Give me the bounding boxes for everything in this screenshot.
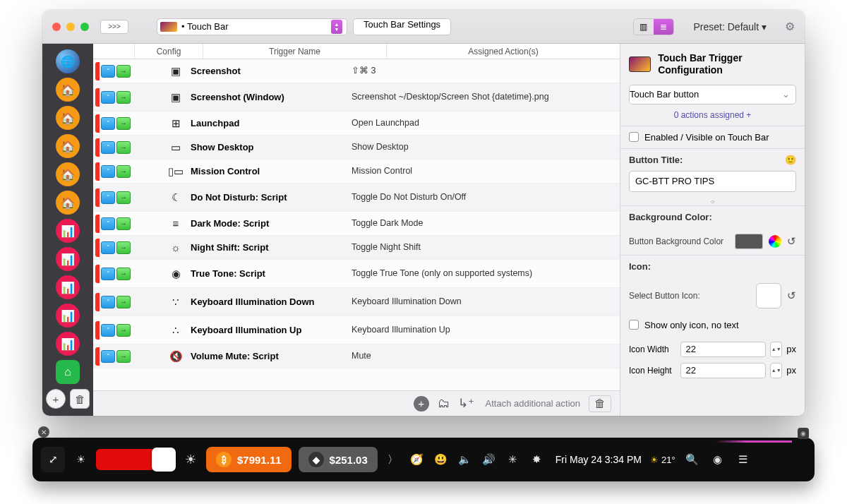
weather-button[interactable]: ☀ 21° xyxy=(650,455,675,465)
brightness-high-icon[interactable]: ✸ xyxy=(529,453,546,466)
table-row[interactable]: ˄→▣Screenshot⇧⌘ 3 xyxy=(93,59,620,83)
color-wheel-icon[interactable] xyxy=(769,235,781,248)
sidebar-item-home[interactable]: 🏠 xyxy=(56,78,80,102)
revert-icon[interactable]: ↺ xyxy=(787,235,796,248)
smiley-icon[interactable]: 🙂 xyxy=(785,155,796,165)
search-icon[interactable]: 🔍 xyxy=(684,453,701,466)
move-right-icon[interactable]: → xyxy=(116,117,131,130)
show-more-button[interactable]: >>> xyxy=(100,20,128,34)
brightness-low-icon[interactable]: ✳︎ xyxy=(505,453,522,466)
enabled-indicator[interactable] xyxy=(95,293,100,311)
list-layout-icon[interactable]: ≣ xyxy=(654,19,673,35)
move-up-icon[interactable]: ˄ xyxy=(101,65,115,78)
table-row[interactable]: ˄→≡Dark Mode: ScriptToggle Dark Mode xyxy=(93,212,620,236)
sidebar-item-all-apps[interactable]: 🌐 xyxy=(56,49,80,73)
volume-down-icon[interactable]: 🔈 xyxy=(457,453,474,466)
icon-height-field[interactable]: 22 xyxy=(680,363,766,378)
enabled-indicator[interactable] xyxy=(95,239,100,257)
table-row[interactable]: ˄→◉True Tone: ScriptToggle True Tone (on… xyxy=(93,260,620,288)
delete-trigger-button[interactable]: 🗑 xyxy=(589,395,611,412)
button-title-field[interactable]: GC-BTT PRO TIPS xyxy=(629,171,796,192)
enabled-indicator[interactable] xyxy=(95,138,100,157)
move-right-icon[interactable]: → xyxy=(116,241,131,254)
attach-action-label[interactable]: Attach additional action xyxy=(486,398,580,409)
emoji-icon[interactable]: 😃 xyxy=(433,453,450,466)
enabled-indicator[interactable] xyxy=(95,347,100,366)
enabled-indicator[interactable] xyxy=(95,88,100,107)
col-actions[interactable]: Assigned Action(s) xyxy=(387,44,620,59)
icon-width-stepper[interactable]: ▲▼ xyxy=(770,342,782,357)
enabled-indicator[interactable] xyxy=(95,62,100,80)
col-config[interactable]: Config xyxy=(134,44,203,59)
close-touchbar-icon[interactable]: ✕ xyxy=(38,426,49,438)
trigger-type-dropdown[interactable]: Touch Bar button ⌄ xyxy=(629,85,796,104)
move-up-icon[interactable]: ˄ xyxy=(101,141,115,154)
move-right-icon[interactable]: → xyxy=(116,324,131,337)
clock-label[interactable]: Fri May 24 3:34 PM xyxy=(555,454,642,465)
brightness-up-icon[interactable]: ☀ xyxy=(182,452,199,467)
table-row[interactable]: ˄→☼Night Shift: ScriptToggle Night Shift xyxy=(93,236,620,260)
slider-knob[interactable] xyxy=(152,448,176,472)
enabled-indicator[interactable] xyxy=(95,265,100,283)
sidebar-item-stats[interactable]: 📊 xyxy=(56,219,80,243)
table-row[interactable]: ˄→∵Keyboard Illumination DownKeyboard Il… xyxy=(93,288,620,316)
attach-action-icon[interactable]: ↳⁺ xyxy=(458,396,474,411)
list-icon[interactable]: ☰ xyxy=(735,453,752,466)
move-up-icon[interactable]: ˄ xyxy=(101,117,115,130)
move-up-icon[interactable]: ˄ xyxy=(101,191,115,204)
icon-height-stepper[interactable]: ▲▼ xyxy=(770,363,782,378)
col-trigger[interactable]: Trigger Name xyxy=(203,44,387,59)
enabled-indicator[interactable] xyxy=(95,188,100,207)
table-row[interactable]: ˄→🔇Volume Mute: ScriptMute xyxy=(93,344,620,368)
sidebar-item-home[interactable]: 🏠 xyxy=(56,191,80,215)
add-trigger-button[interactable]: + xyxy=(414,396,429,412)
move-up-icon[interactable]: ˄ xyxy=(101,296,115,308)
move-right-icon[interactable]: → xyxy=(116,141,131,154)
preset-dropdown[interactable]: Preset: Default ▾ xyxy=(694,21,767,32)
table-row[interactable]: ˄→▣Screenshot (Window)Screenshot ~/Deskt… xyxy=(93,83,620,112)
brightness-down-icon[interactable]: ☀︎ xyxy=(72,453,89,466)
table-row[interactable]: ˄→⊞LaunchpadOpen Launchpad xyxy=(93,112,620,136)
close-icon[interactable] xyxy=(52,23,61,31)
move-right-icon[interactable]: → xyxy=(116,165,131,178)
sidebar-item-home[interactable]: 🏠 xyxy=(56,106,80,130)
add-app-button[interactable]: + xyxy=(46,389,66,409)
sidebar-item-stats[interactable]: 📊 xyxy=(56,304,80,328)
minimize-icon[interactable] xyxy=(66,23,75,31)
touchbar-settings-button[interactable]: Touch Bar Settings xyxy=(353,18,451,35)
sidebar-item-stats[interactable]: 📊 xyxy=(56,332,80,356)
icon-width-field[interactable]: 22 xyxy=(680,342,766,357)
move-up-icon[interactable]: ˄ xyxy=(101,217,115,230)
siri-icon[interactable]: ◉ xyxy=(709,453,726,466)
gear-icon[interactable]: ⚙ xyxy=(785,20,795,33)
volume-up-icon[interactable]: 🔊 xyxy=(481,453,498,466)
move-right-icon[interactable]: → xyxy=(116,91,131,104)
move-up-icon[interactable]: ˄ xyxy=(101,324,115,337)
move-right-icon[interactable]: → xyxy=(116,268,131,280)
chevron-right-icon[interactable]: 〉 xyxy=(385,453,402,467)
ethereum-price-button[interactable]: ◆ $251.03 xyxy=(299,447,378,472)
revert-icon[interactable]: ↺ xyxy=(787,289,796,302)
table-row[interactable]: ˄→▭Show DesktopShow Desktop xyxy=(93,136,620,160)
enabled-indicator[interactable] xyxy=(95,321,100,340)
move-up-icon[interactable]: ˄ xyxy=(101,165,115,178)
expand-button[interactable]: ⤢ xyxy=(41,447,65,472)
actions-assigned-link[interactable]: 0 actions assigned + xyxy=(620,110,805,120)
move-up-icon[interactable]: ˄ xyxy=(101,268,115,280)
bitcoin-price-button[interactable]: ₿ $7991.11 xyxy=(206,447,292,472)
move-right-icon[interactable]: → xyxy=(116,191,131,204)
enabled-checkbox[interactable] xyxy=(629,132,639,142)
move-right-icon[interactable]: → xyxy=(116,296,131,308)
zoom-icon[interactable] xyxy=(80,23,89,31)
columns-layout-icon[interactable]: ▥ xyxy=(634,19,654,35)
move-right-icon[interactable]: → xyxy=(116,217,131,230)
enabled-indicator[interactable] xyxy=(95,162,100,181)
view-mode-segmented[interactable]: ▥ ≣ xyxy=(633,18,674,35)
delete-app-button[interactable]: 🗑 xyxy=(70,389,90,409)
enabled-indicator[interactable] xyxy=(95,114,100,133)
table-row[interactable]: ˄→▯▭Mission ControlMission Control xyxy=(93,160,620,184)
sidebar-item-app[interactable]: ⌂ xyxy=(56,360,80,384)
compass-icon[interactable]: 🧭 xyxy=(409,453,426,466)
brightness-slider[interactable] xyxy=(96,449,175,470)
screenshot-icon[interactable]: ◉ xyxy=(798,428,809,439)
